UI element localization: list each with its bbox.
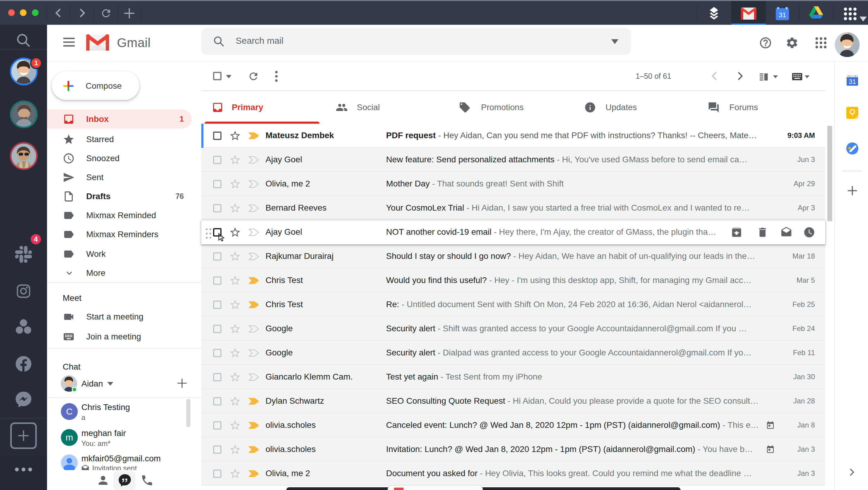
svg-text:31: 31 xyxy=(779,11,786,19)
svg-text:31: 31 xyxy=(849,78,856,85)
